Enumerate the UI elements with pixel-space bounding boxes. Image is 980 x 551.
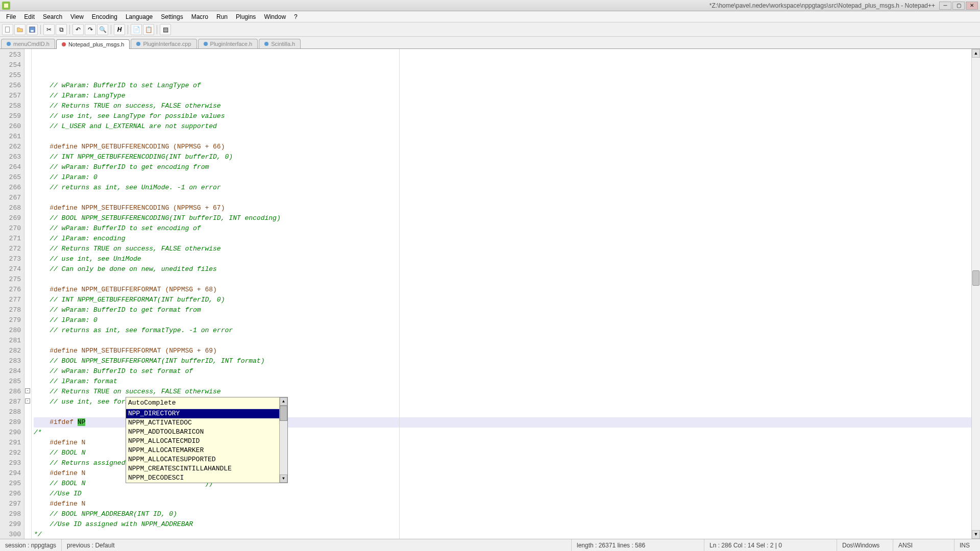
- copy-icon[interactable]: ⧉: [56, 24, 67, 35]
- undo-icon[interactable]: ↶: [72, 24, 84, 35]
- tab-1[interactable]: Notepad_plus_msgs.h: [56, 39, 130, 49]
- menu-encoding[interactable]: Encoding: [88, 12, 121, 21]
- fold-toggle-icon[interactable]: -: [25, 388, 30, 393]
- autocomplete-item[interactable]: NPPM_DECODESCI: [126, 473, 279, 483]
- code-line[interactable]: // lParam: LangType: [34, 91, 978, 101]
- code-line[interactable]: // wParam: BufferID to set encoding of: [34, 223, 978, 234]
- code-line[interactable]: // returns as int, see formatType. -1 on…: [34, 325, 978, 336]
- menu-run[interactable]: Run: [212, 12, 232, 21]
- autocomplete-popup[interactable]: AutoCompleteNPP_DIRECTORYNPPM_ACTIVATEDO…: [126, 397, 288, 483]
- tab-2[interactable]: PluginInterface.cpp: [131, 39, 197, 48]
- tab-label: menuCmdID.h: [13, 41, 50, 47]
- scroll-thumb[interactable]: [280, 406, 287, 421]
- menu-plugins[interactable]: Plugins: [232, 12, 260, 21]
- macro-record-icon[interactable]: H: [114, 24, 125, 35]
- code-line[interactable]: #define NPPM_SETBUFFERENCODING (NPPMSG +…: [34, 203, 978, 213]
- tab-3[interactable]: PluginInterface.h: [198, 39, 258, 48]
- code-line[interactable]: // lParam: format: [34, 377, 978, 387]
- scroll-thumb[interactable]: [972, 270, 979, 286]
- toolbar-btn-c[interactable]: ▤: [160, 24, 171, 35]
- menu-macro[interactable]: Macro: [187, 12, 212, 21]
- tab-label: PluginInterface.h: [210, 41, 253, 47]
- code-line[interactable]: // use int, see UniMode: [34, 254, 978, 264]
- code-line[interactable]: // BOOL NPPM_SETBUFFERENCODING(INT buffe…: [34, 213, 978, 223]
- scroll-track[interactable]: [972, 58, 980, 530]
- code-line[interactable]: #define NPPM_GETBUFFERFORMAT (NPPMSG + 6…: [34, 285, 978, 295]
- fold-gutter[interactable]: --: [24, 49, 32, 539]
- code-line[interactable]: // wParam: BufferID to set LangType of: [34, 81, 978, 91]
- autocomplete-item[interactable]: NPPM_ALLOCATECMDID: [126, 437, 279, 446]
- code-line[interactable]: // Returns TRUE on success, FALSE otherw…: [34, 387, 978, 397]
- code-line[interactable]: */: [34, 530, 978, 540]
- autocomplete-item[interactable]: NPPM_CREATESCINTILLAHANDLE: [126, 464, 279, 473]
- autocomplete-item[interactable]: NPPM_ALLOCATESUPPORTED: [126, 455, 279, 464]
- code-line[interactable]: // Can only be done on new, unedited fil…: [34, 264, 978, 274]
- code-line[interactable]: // wParam: BufferID to get format from: [34, 305, 978, 315]
- close-button[interactable]: ✕: [966, 2, 978, 10]
- tab-4[interactable]: Scintilla.h: [259, 39, 301, 48]
- new-file-icon[interactable]: [2, 24, 13, 35]
- scroll-down-icon[interactable]: ▼: [280, 474, 287, 483]
- menu-file[interactable]: File: [2, 12, 20, 21]
- code-line[interactable]: // BOOL NPPM_ADDREBAR(INT ID, 0): [34, 509, 978, 519]
- toolbar-btn-a[interactable]: 📄: [131, 24, 142, 35]
- code-line[interactable]: // lParam: encoding: [34, 234, 978, 244]
- code-line[interactable]: //Use ID: [34, 489, 978, 499]
- code-content[interactable]: // wParam: BufferID to set LangType of /…: [32, 49, 980, 539]
- code-line[interactable]: #define NPPM_SETBUFFERFORMAT (NPPMSG + 6…: [34, 346, 978, 356]
- menu-search[interactable]: Search: [39, 12, 66, 21]
- code-line[interactable]: // lParam: 0: [34, 315, 978, 325]
- code-line[interactable]: // lParam: 0: [34, 172, 978, 183]
- scroll-up-icon[interactable]: ▲: [972, 49, 980, 58]
- menu-language[interactable]: Language: [121, 12, 157, 21]
- code-line[interactable]: #define N: [34, 499, 978, 509]
- open-file-icon[interactable]: [14, 24, 26, 35]
- code-line[interactable]: [34, 193, 978, 203]
- code-line[interactable]: // INT NPPM_GETBUFFERENCODING(INT buffer…: [34, 152, 978, 162]
- code-line[interactable]: [34, 336, 978, 346]
- autocomplete-scrollbar[interactable]: ▲▼: [279, 397, 287, 483]
- code-line[interactable]: //Use ID assigned with NPPM_ADDREBAR: [34, 519, 978, 530]
- code-line[interactable]: // wParam: BufferID to get encoding from: [34, 162, 978, 172]
- menu-?[interactable]: ?: [290, 12, 302, 21]
- tab-status-icon: [136, 42, 140, 46]
- code-line[interactable]: // wParam: BufferID to set format of: [34, 366, 978, 377]
- autocomplete-item[interactable]: NPPM_ALLOCATEMARKER: [126, 446, 279, 455]
- save-file-icon[interactable]: [27, 24, 38, 35]
- tab-label: Notepad_plus_msgs.h: [68, 41, 124, 47]
- scroll-up-icon[interactable]: ▲: [280, 397, 287, 406]
- code-line[interactable]: // Returns TRUE on success, FALSE otherw…: [34, 101, 978, 111]
- autocomplete-item[interactable]: NPPM_ACTIVATEDOC: [126, 418, 279, 428]
- fold-toggle-icon[interactable]: -: [25, 398, 30, 404]
- code-line[interactable]: #define NPPM_GETBUFFERENCODING (NPPMSG +…: [34, 142, 978, 152]
- code-line[interactable]: // Returns TRUE on success, FALSE otherw…: [34, 244, 978, 254]
- menu-settings[interactable]: Settings: [157, 12, 187, 21]
- redo-icon[interactable]: ↷: [85, 24, 96, 35]
- status-length: length : 26371 lines : 586: [572, 539, 704, 551]
- edge-line: [399, 49, 400, 539]
- scroll-down-icon[interactable]: ▼: [972, 530, 980, 539]
- autocomplete-title: AutoComplete: [126, 397, 279, 409]
- code-line[interactable]: [34, 274, 978, 285]
- maximize-button[interactable]: ▢: [952, 2, 965, 10]
- vertical-scrollbar[interactable]: ▲ ▼: [971, 49, 980, 539]
- editor-area[interactable]: 2532542552562572582592602612622632642652…: [0, 49, 980, 539]
- cut-icon[interactable]: ✂: [43, 24, 55, 35]
- toolbar: ✂ ⧉ ↶ ↷ 🔍 H 📄 📋 ▤: [0, 22, 980, 37]
- minimize-button[interactable]: ─: [939, 2, 951, 10]
- code-line[interactable]: [34, 132, 978, 142]
- status-insert-mode: INS: [954, 539, 980, 551]
- autocomplete-item[interactable]: NPP_DIRECTORY: [126, 409, 279, 418]
- code-line[interactable]: // use int, see LangType for possible va…: [34, 111, 978, 121]
- menu-window[interactable]: Window: [260, 12, 290, 21]
- code-line[interactable]: // INT NPPM_GETBUFFERFORMAT(INT bufferID…: [34, 295, 978, 305]
- tab-0[interactable]: menuCmdID.h: [1, 39, 55, 48]
- code-line[interactable]: // BOOL NPPM_SETBUFFERFORMAT(INT bufferI…: [34, 356, 978, 366]
- code-line[interactable]: // returns as int, see UniMode. -1 on er…: [34, 183, 978, 193]
- autocomplete-item[interactable]: NPPM_ADDTOOLBARICON: [126, 428, 279, 437]
- search-icon[interactable]: 🔍: [97, 24, 108, 35]
- toolbar-btn-b[interactable]: 📋: [143, 24, 154, 35]
- menu-view[interactable]: View: [66, 12, 88, 21]
- menu-edit[interactable]: Edit: [20, 12, 39, 21]
- code-line[interactable]: // L_USER and L_EXTERNAL are not support…: [34, 121, 978, 132]
